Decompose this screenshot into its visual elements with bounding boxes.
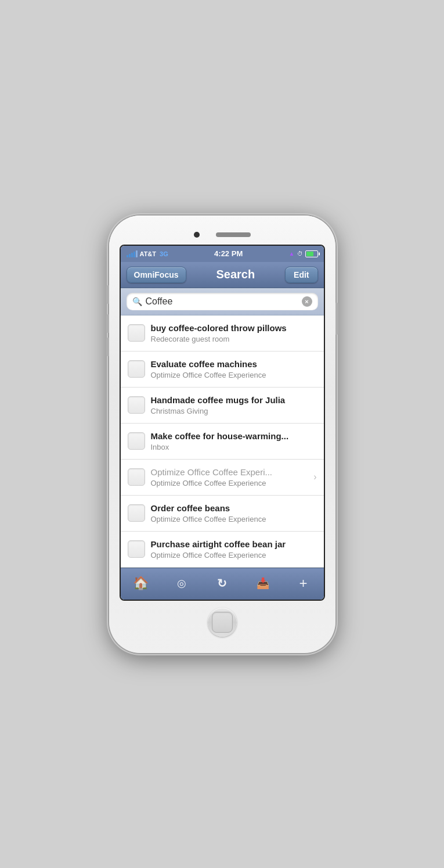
- status-left: AT&T 3G: [127, 250, 168, 257]
- nav-title: Search: [216, 268, 255, 281]
- task-title-7: Purchase airtight coffee bean jar: [151, 539, 317, 550]
- signal-bar-4: [133, 252, 135, 257]
- task-subtitle-2: Optimize Office Coffee Experience: [151, 371, 317, 379]
- task-item-6[interactable]: Order coffee beansOptimize Office Coffee…: [121, 496, 324, 532]
- bottom-toolbar: 🏠 ◎ ↻ 📥 +: [121, 568, 324, 600]
- clock-icon: ⏱: [297, 250, 303, 257]
- signal-bar-1: [127, 255, 128, 257]
- task-checkbox-2[interactable]: [128, 360, 145, 378]
- task-title-2: Evaluate coffee machines: [151, 358, 317, 370]
- task-checkbox-3[interactable]: [128, 396, 145, 414]
- signal-bar-3: [131, 253, 133, 257]
- task-title-4: Make coffee for house-warming...: [151, 431, 317, 442]
- task-title-1: buy coffee-colored throw pillows: [151, 322, 317, 334]
- earpiece-speaker: [216, 232, 251, 237]
- signal-bars: [127, 250, 138, 257]
- task-item-4[interactable]: Make coffee for house-warming...Inbox: [121, 424, 324, 460]
- task-subtitle-1: Redecorate guest room: [151, 335, 317, 343]
- task-title-5: Optimize Office Coffee Experi...: [151, 467, 308, 478]
- home-button[interactable]: [208, 608, 237, 637]
- front-camera: [194, 232, 200, 238]
- task-content-4: Make coffee for house-warming...Inbox: [151, 431, 317, 451]
- search-clear-button[interactable]: ×: [302, 296, 312, 307]
- task-checkbox-5[interactable]: [128, 468, 145, 486]
- task-subtitle-7: Optimize Office Coffee Experience: [151, 551, 317, 559]
- task-content-5: Optimize Office Coffee Experi...Optimize…: [151, 467, 308, 487]
- task-checkbox-7[interactable]: [128, 540, 145, 558]
- sync-button[interactable]: ↻: [210, 573, 235, 594]
- task-content-2: Evaluate coffee machinesOptimize Office …: [151, 358, 317, 379]
- task-subtitle-6: Optimize Office Coffee Experience: [151, 515, 317, 523]
- task-item-7[interactable]: Purchase airtight coffee bean jarOptimiz…: [121, 532, 324, 568]
- task-content-1: buy coffee-colored throw pillowsRedecora…: [151, 322, 317, 343]
- search-icon: 🔍: [132, 297, 142, 306]
- network-type: 3G: [160, 250, 168, 257]
- perspective-button[interactable]: ◎: [169, 573, 194, 594]
- search-input-wrap: 🔍 Coffee ×: [127, 293, 318, 310]
- status-right: ▲ ⏱: [289, 250, 318, 257]
- task-item-5[interactable]: Optimize Office Coffee Experi...Optimize…: [121, 460, 324, 496]
- status-bar: AT&T 3G 4:22 PM ▲ ⏱: [121, 246, 324, 262]
- task-checkbox-4[interactable]: [128, 432, 145, 450]
- battery-indicator: [305, 250, 318, 257]
- phone-top-hardware: [120, 232, 325, 238]
- task-subtitle-5: Optimize Office Coffee Experience: [151, 479, 308, 487]
- home-button-inner: [212, 612, 233, 633]
- task-subtitle-4: Inbox: [151, 443, 317, 451]
- status-time: 4:22 PM: [214, 249, 243, 258]
- home-tab-button[interactable]: 🏠: [128, 573, 154, 594]
- task-item-3[interactable]: Handmade coffee mugs for JuliaChristmas …: [121, 388, 324, 424]
- location-icon: ▲: [289, 250, 295, 257]
- task-item-2[interactable]: Evaluate coffee machinesOptimize Office …: [121, 351, 324, 388]
- inbox-button[interactable]: 📥: [250, 573, 276, 594]
- task-list: buy coffee-colored throw pillowsRedecora…: [121, 315, 324, 568]
- task-title-6: Order coffee beans: [151, 503, 317, 514]
- add-button[interactable]: +: [291, 573, 316, 594]
- search-input[interactable]: Coffee: [146, 296, 298, 307]
- task-subtitle-3: Christmas Giving: [151, 407, 317, 415]
- task-title-3: Handmade coffee mugs for Julia: [151, 394, 317, 406]
- task-content-3: Handmade coffee mugs for JuliaChristmas …: [151, 394, 317, 415]
- task-content-6: Order coffee beansOptimize Office Coffee…: [151, 503, 317, 523]
- search-bar-container: 🔍 Coffee ×: [121, 288, 324, 315]
- task-checkbox-1[interactable]: [128, 324, 145, 342]
- navigation-bar: OmniFocus Search Edit: [121, 262, 324, 288]
- task-content-7: Purchase airtight coffee bean jarOptimiz…: [151, 539, 317, 559]
- task-item-1[interactable]: buy coffee-colored throw pillowsRedecora…: [121, 315, 324, 351]
- edit-button[interactable]: Edit: [285, 267, 317, 283]
- carrier-name: AT&T: [140, 250, 157, 257]
- signal-bar-2: [129, 254, 131, 257]
- back-button[interactable]: OmniFocus: [127, 267, 186, 283]
- task-checkbox-6[interactable]: [128, 504, 145, 522]
- phone-frame: AT&T 3G 4:22 PM ▲ ⏱ OmniFocus Search Edi…: [109, 216, 335, 653]
- battery-fill: [306, 252, 314, 256]
- signal-bar-5: [136, 250, 138, 257]
- phone-screen: AT&T 3G 4:22 PM ▲ ⏱ OmniFocus Search Edi…: [120, 245, 325, 601]
- task-chevron-5: ›: [313, 472, 316, 482]
